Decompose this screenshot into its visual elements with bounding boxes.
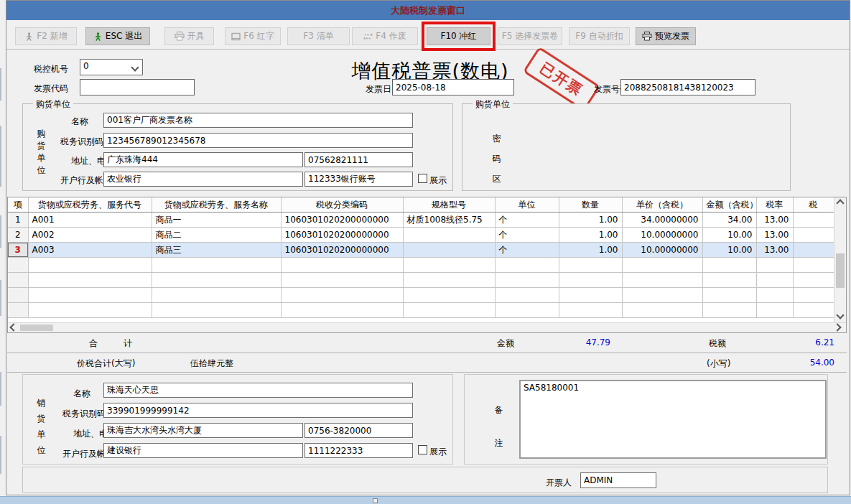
cell-unit[interactable]: 个 xyxy=(495,213,559,228)
horizontal-scroll-thumb[interactable] xyxy=(20,325,53,331)
cell-unit[interactable]: 个 xyxy=(495,243,559,258)
cell-amount[interactable]: 34.00 xyxy=(702,213,756,228)
seller-account-input[interactable] xyxy=(304,443,413,458)
col-header-spec[interactable]: 规格型号 xyxy=(403,197,495,213)
cell-name[interactable]: 商品三 xyxy=(152,243,281,258)
invoice-date-input[interactable] xyxy=(392,79,514,95)
new-button[interactable]: F2 新增 xyxy=(15,27,77,45)
col-header-name[interactable]: 货物或应税劳务、服务名称 xyxy=(152,197,281,213)
void-arrows-icon xyxy=(363,32,373,41)
seller-address-input[interactable] xyxy=(103,423,303,438)
buyer-account-input[interactable] xyxy=(304,172,413,187)
cell-code[interactable]: A003 xyxy=(28,243,152,258)
table-row-empty[interactable] xyxy=(8,258,834,273)
cell-amount[interactable]: 10.00 xyxy=(702,228,756,243)
invoice-number-input[interactable] xyxy=(620,79,755,95)
cell-qty[interactable]: 1.00 xyxy=(559,243,622,258)
table-header-row: 项 货物或应税劳务、服务代号 货物或应税劳务、服务名称 税收分类编码 规格型号 … xyxy=(8,197,834,213)
cell-spec[interactable] xyxy=(403,228,495,243)
cell-taxcode[interactable]: 1060301020200000000 xyxy=(281,213,403,228)
col-header-unit[interactable]: 单位 xyxy=(495,197,559,213)
cell-code[interactable]: A002 xyxy=(28,228,152,243)
table-row-empty[interactable] xyxy=(8,288,834,303)
col-header-taxcode[interactable]: 税收分类编码 xyxy=(281,197,403,213)
totals-row: 合 计 金额 47.79 税额 6.21 xyxy=(7,333,847,353)
cell-rate[interactable]: 13.00 xyxy=(756,213,793,228)
cell-spec[interactable]: 材质1008线径5.75 xyxy=(403,213,495,228)
col-header-code[interactable]: 货物或应税劳务、服务代号 xyxy=(28,197,152,213)
table-row-empty[interactable] xyxy=(8,303,834,318)
invoice-code-input[interactable] xyxy=(80,79,195,95)
cell-tax[interactable] xyxy=(793,213,834,228)
cell-amount[interactable]: 10.00 xyxy=(702,243,756,258)
seller-name-input[interactable] xyxy=(103,383,413,398)
issue-button[interactable]: 开具 xyxy=(164,27,214,45)
annotation-highlight-box xyxy=(422,22,496,51)
vertical-scroll-thumb[interactable] xyxy=(836,253,845,288)
list-button[interactable]: F3 清单 xyxy=(287,27,350,45)
buyer-show-checkbox[interactable] xyxy=(418,174,427,183)
seller-phone-input[interactable] xyxy=(304,423,413,438)
table-row[interactable]: 1 A001 商品一 1060301020200000000 材质1008线径5… xyxy=(8,213,834,228)
scroll-down-icon[interactable] xyxy=(835,311,845,319)
red-letter-button-label: F6 红字 xyxy=(243,30,274,42)
buyer-phone-input[interactable] xyxy=(304,152,413,167)
buyer-name-input[interactable] xyxy=(103,113,413,128)
red-letter-button[interactable]: F6 红字 xyxy=(225,27,281,45)
cell-tax[interactable] xyxy=(793,243,834,258)
window-titlebar[interactable]: 大陆税制发票窗口 xyxy=(6,1,850,20)
select-roll-button[interactable]: F5 选择发票卷 xyxy=(498,27,562,45)
splitter-handle[interactable] xyxy=(373,498,378,503)
table-row[interactable]: 2 A002 商品二 1060301020200000000 个 1.00 10… xyxy=(8,228,834,243)
horizontal-scrollbar[interactable] xyxy=(8,322,846,332)
col-header-item[interactable]: 项 xyxy=(8,197,28,213)
cell-tax[interactable] xyxy=(793,228,834,243)
seller-show-checkbox[interactable] xyxy=(418,445,427,454)
auto-discount-button[interactable]: F9 自动折扣 xyxy=(569,27,630,45)
seller-show-label: 展示 xyxy=(429,446,447,458)
buyer-address-input[interactable] xyxy=(103,152,303,167)
scroll-up-icon[interactable] xyxy=(835,199,845,207)
scroll-left-icon[interactable] xyxy=(9,323,19,332)
exit-button-label: ESC 退出 xyxy=(106,30,142,42)
remark-textarea[interactable]: SA58180001 xyxy=(519,380,827,459)
cell-rate[interactable]: 13.00 xyxy=(756,243,793,258)
col-header-price[interactable]: 单价（含税） xyxy=(622,197,702,213)
tax-machine-select[interactable]: 0 xyxy=(80,59,143,75)
buyer-taxid-input[interactable] xyxy=(103,133,413,148)
buyer-taxid-label: 税务识别码 xyxy=(60,136,103,148)
preview-invoice-button[interactable]: 预览发票 xyxy=(636,27,696,45)
cell-qty[interactable]: 1.00 xyxy=(559,213,622,228)
amount-total-value: 47.79 xyxy=(539,337,610,347)
cell-rate[interactable]: 13.00 xyxy=(756,228,793,243)
background-window-edge xyxy=(0,215,1,248)
cell-taxcode[interactable]: 1060301020200000000 xyxy=(281,243,403,258)
vertical-scrollbar[interactable] xyxy=(834,197,846,322)
cell-price[interactable]: 10.00000000 xyxy=(622,228,702,243)
cell-unit[interactable]: 个 xyxy=(495,228,559,243)
col-header-tax[interactable]: 税 xyxy=(793,197,834,213)
walk-person-green-icon xyxy=(93,32,103,42)
issuer-input[interactable] xyxy=(580,472,656,488)
tax-total-label: 税额 xyxy=(709,337,726,350)
scroll-right-icon[interactable] xyxy=(832,323,842,332)
seller-bank-input[interactable] xyxy=(103,443,303,458)
buyer-bank-input[interactable] xyxy=(103,172,303,187)
cell-qty[interactable]: 1.00 xyxy=(559,228,622,243)
col-header-qty[interactable]: 数量 xyxy=(559,197,622,213)
cell-spec[interactable] xyxy=(403,243,495,258)
table-row-empty[interactable] xyxy=(8,273,834,288)
cell-name[interactable]: 商品一 xyxy=(152,213,281,228)
cell-price[interactable]: 34.00000000 xyxy=(622,213,702,228)
col-header-rate[interactable]: 税率 xyxy=(756,197,793,213)
col-header-amount[interactable]: 金额（含税） xyxy=(702,197,756,213)
table-row-selected[interactable]: 3 A003 商品三 1060301020200000000 个 1.00 10… xyxy=(8,243,834,258)
cell-taxcode[interactable]: 1060301020200000000 xyxy=(281,228,403,243)
cell-price[interactable]: 10.00000000 xyxy=(622,243,702,258)
seller-taxid-input[interactable] xyxy=(103,403,413,418)
void-button[interactable]: F4 作废 xyxy=(352,27,418,45)
cell-name[interactable]: 商品二 xyxy=(152,228,281,243)
items-grid: 项 货物或应税劳务、服务代号 货物或应税劳务、服务名称 税收分类编码 规格型号 … xyxy=(8,197,834,318)
cell-code[interactable]: A001 xyxy=(28,213,152,228)
exit-button[interactable]: ESC 退出 xyxy=(85,27,150,45)
